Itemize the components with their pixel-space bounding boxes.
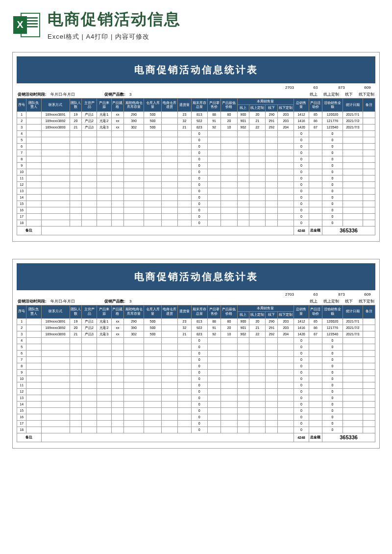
table-row: 7000 [17, 150, 375, 156]
col-header: 产品来源 [97, 99, 111, 112]
col-header: 活动销售金额 [322, 99, 343, 112]
page-header: X 电商促销活动信息 Excel格式 | A4打印 | 内容可修改 [0, 0, 392, 47]
col-subheader: 线上 [237, 105, 249, 111]
table-row: 17000 [17, 420, 375, 427]
table-row: 3189xxxx389321产品3光彩3xx302500218239210902… [17, 331, 375, 337]
table-row: 17000 [17, 213, 375, 220]
table-row: 18000 [17, 220, 375, 226]
col-header: 团队人数 [70, 305, 82, 318]
meta-row: 促销活动时间段:年月日-年月日促销产品数:3线上线上定制线下线下定制 [17, 91, 375, 98]
summary-values: 270363873609 [17, 83, 375, 91]
col-subheader: 线上定制 [249, 312, 266, 318]
period-label: 促销活动时间段: [18, 92, 47, 97]
col-header: 产品规格 [112, 99, 124, 112]
table-row: 4000 [17, 337, 375, 344]
table-row: 1189xxxx389119产品1光彩1xx290500238138880900… [17, 111, 375, 118]
col-subheader: 线下定制 [278, 312, 294, 318]
col-header: 期初电商仓库库存量 [123, 99, 144, 112]
sheet-1: 电商促销活动信息统计表270363873609促销活动时间段:年月日-年月日促销… [12, 52, 380, 242]
period-label: 促销活动时间段: [18, 299, 47, 304]
footer-row: 备注4248总金额365336 [17, 433, 375, 442]
col-header: 备注 [363, 305, 375, 318]
col-header: 产品活动价 [309, 305, 322, 318]
col-header: 统计日期 [343, 305, 363, 318]
product-count-label: 促销产品数: [104, 92, 125, 97]
summary-values: 270363873609 [17, 290, 375, 298]
table-row: 10000 [17, 169, 375, 175]
table-row: 2189xxxx389220产品2光彩2xx390500329229120901… [17, 325, 375, 331]
col-header: 总销售量 [294, 99, 309, 112]
table-row: 11000 [17, 382, 375, 388]
table-row: 14000 [17, 194, 375, 201]
excel-file-icon: X [12, 10, 42, 40]
sheet-banner: 电商促销活动信息统计表 [17, 263, 375, 290]
col-header: 产品活动价 [309, 99, 322, 112]
col-header: 联系方式 [41, 305, 70, 318]
table-row: 15000 [17, 201, 375, 207]
table-row: 12000 [17, 181, 375, 188]
table-row: 6000 [17, 350, 375, 356]
table-row: 9000 [17, 369, 375, 376]
sheet-container: 电商促销活动信息统计表270363873609促销活动时间段:年月日-年月日促销… [0, 47, 392, 480]
table-row: 8000 [17, 363, 375, 369]
col-header-week: 本周销售量 [237, 305, 294, 311]
meta-row: 促销活动时间段:年月日-年月日促销产品数:3线上线上定制线下线下定制 [17, 298, 375, 305]
col-header: 备注 [363, 99, 375, 112]
sub-title: Excel格式 | A4打印 | 内容可修改 [48, 32, 380, 41]
col-header: 产品最低价格 [221, 305, 237, 318]
col-header: 电商仓库退货 [162, 305, 178, 318]
col-subheader: 线上定制 [249, 105, 266, 111]
table-row: 11000 [17, 175, 375, 181]
col-header: 仓库入库量 [144, 305, 162, 318]
col-header: 产品来源 [97, 305, 111, 318]
main-title: 电商促销活动信息 [48, 9, 380, 30]
header-text: 电商促销活动信息 Excel格式 | A4打印 | 内容可修改 [48, 9, 380, 41]
col-header: 退货量 [178, 305, 192, 318]
col-subheader: 线下定制 [278, 105, 294, 111]
product-count-label: 促销产品数: [104, 299, 125, 304]
table-row: 14000 [17, 401, 375, 407]
table-row: 18000 [17, 427, 375, 433]
footer-row: 备注4248总金额365336 [17, 226, 375, 235]
table-row: 13000 [17, 188, 375, 194]
table-row: 6000 [17, 143, 375, 150]
table-row: 4000 [17, 130, 375, 137]
table-row: 8000 [17, 156, 375, 162]
col-header: 序号 [17, 305, 26, 318]
col-header: 期末库存总量 [191, 99, 207, 112]
col-header: 期末库存总量 [191, 305, 207, 318]
col-subheader: 线上 [237, 312, 249, 318]
table-row: 5000 [17, 344, 375, 350]
col-header: 团队负责人 [26, 99, 41, 112]
svg-text:X: X [17, 19, 24, 30]
col-header: 联系方式 [41, 99, 70, 112]
col-subheader: 线下 [266, 312, 278, 318]
table-row: 5000 [17, 137, 375, 143]
col-header: 产品规格 [112, 305, 124, 318]
table-row: 3189xxxx389321产品3光彩3xx302500218239210902… [17, 124, 375, 130]
table-row: 10000 [17, 376, 375, 382]
sheet-2: 电商促销活动信息统计表270363873609促销活动时间段:年月日-年月日促销… [12, 259, 380, 449]
table-row: 2189xxxx389220产品2光彩2xx390500329229120901… [17, 118, 375, 124]
table-row: 12000 [17, 388, 375, 395]
col-header: 统计日期 [343, 99, 363, 112]
table-row: 7000 [17, 356, 375, 363]
table-row: 9000 [17, 162, 375, 169]
col-header: 产品最低价格 [221, 99, 237, 112]
col-header: 主营产品 [82, 99, 97, 112]
data-table: 序号团队负责人联系方式团队人数主营产品产品来源产品规格期初电商仓库库存量仓库入库… [17, 305, 375, 442]
table-row: 15000 [17, 407, 375, 414]
table-row: 16000 [17, 207, 375, 213]
col-header: 活动销售金额 [322, 305, 343, 318]
col-header: 主营产品 [82, 305, 97, 318]
col-header: 电商仓库退货 [162, 99, 178, 112]
col-header-week: 本周销售量 [237, 99, 294, 105]
col-header: 序号 [17, 99, 26, 112]
table-row: 13000 [17, 395, 375, 401]
table-row: 1189xxxx389119产品1光彩1xx290500238138880900… [17, 318, 375, 325]
col-header: 仓库入库量 [144, 99, 162, 112]
col-header: 产品零售价 [207, 305, 221, 318]
col-header: 总销售量 [294, 305, 309, 318]
col-subheader: 线下 [266, 105, 278, 111]
table-row: 16000 [17, 414, 375, 420]
